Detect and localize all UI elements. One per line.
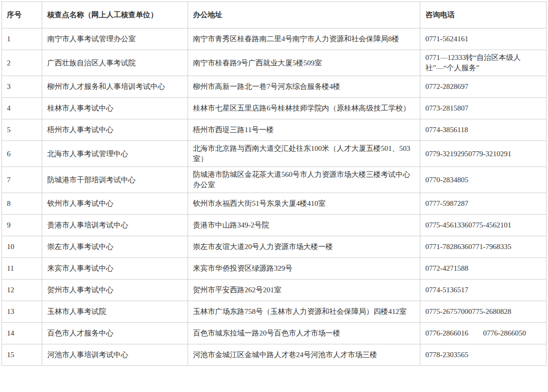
cell-index: 12: [2, 280, 42, 301]
cell-index: 8: [2, 193, 42, 215]
cell-phone: 0776-2866016 0776-2866050: [420, 323, 547, 344]
table-row: 10崇左市人事考试中心崇左市友谊大道20号人力资源市场大楼一楼0771-7828…: [2, 236, 547, 258]
cell-phone: 0772-2828697: [420, 76, 547, 98]
cell-index: 1: [2, 28, 42, 50]
table-header: 序号 核查点名称（网上人工核查单位） 办公地址 咨询电话: [2, 2, 547, 28]
cell-name: 钦州市人事考试中心: [42, 193, 188, 215]
cell-index: 7: [2, 167, 42, 193]
table-row: 11来宾市人事考试中心来宾市华侨投资区绿源路329号0772-4271588: [2, 258, 547, 280]
cell-phone: 0774-3856118: [420, 119, 547, 141]
cell-address: 钦州市永福西大街51号东泉大厦4楼410室: [188, 193, 420, 215]
cell-phone: 0775-45613360775-4562101: [420, 215, 547, 236]
cell-address: 来宾市华侨投资区绿源路329号: [188, 258, 420, 280]
table-row: 7防城港市干部培训考试中心防城港市防城区金花茶大道560号市人力资源市场大楼三楼…: [2, 167, 547, 193]
table-row: 5梧州市人事考试中心梧州市西堤三路11号一楼0774-3856118: [2, 119, 547, 141]
cell-index: 9: [2, 215, 42, 236]
cell-name: 贵港市人事培训考试中心: [42, 215, 188, 236]
cell-index: 4: [2, 98, 42, 119]
cell-name: 桂林市人事考试中心: [42, 98, 188, 119]
cell-phone: 0774-5136517: [420, 280, 547, 301]
cell-name: 河池市人事培训考试中心: [42, 344, 188, 366]
cell-phone: 0779-32192950779-3210291: [420, 141, 547, 167]
checkpoint-contact-table: 序号 核查点名称（网上人工核查单位） 办公地址 咨询电话 1南宁市人事考试管理办…: [1, 1, 547, 366]
cell-phone: 0770-2834805: [420, 167, 547, 193]
cell-index: 10: [2, 236, 42, 258]
cell-name: 南宁市人事考试管理办公室: [42, 28, 188, 50]
table-row: 15河池市人事培训考试中心河池市金城江区金城中路人才巷24号河池市人才市场三楼0…: [2, 344, 547, 366]
cell-phone: 0771—12333转“自治区本级人社”—“个人服务”: [420, 50, 547, 76]
cell-index: 2: [2, 50, 42, 76]
cell-address: 柳州市高新一路北一巷7号河东综合服务楼4楼: [188, 76, 420, 98]
table-row: 2广西壮族自治区人事考试院南宁市桂春路9号广西就业大厦5楼509室0771—12…: [2, 50, 547, 76]
cell-address: 南宁市桂春路9号广西就业大厦5楼509室: [188, 50, 420, 76]
table-row: 9贵港市人事培训考试中心贵港市中山路349-2号院0775-4561336077…: [2, 215, 547, 236]
column-header-index: 序号: [2, 2, 42, 28]
cell-name: 柳州市人才服务和人事培训考试中心: [42, 76, 188, 98]
cell-index: 13: [2, 301, 42, 323]
cell-name: 北海市人事考试管理中心: [42, 141, 188, 167]
table-header-row: 序号 核查点名称（网上人工核查单位） 办公地址 咨询电话: [2, 2, 547, 28]
cell-address: 贵港市中山路349-2号院: [188, 215, 420, 236]
cell-name: 玉林市人事考试院: [42, 301, 188, 323]
cell-address: 百色市城东拉域一路20号百色市人才市场一楼: [188, 323, 420, 344]
table-row: 13玉林市人事考试院玉林市广场东路758号（玉林市人力资源和社会保障局）四楼41…: [2, 301, 547, 323]
column-header-phone: 咨询电话: [420, 2, 547, 28]
cell-address: 防城港市防城区金花茶大道560号市人力资源市场大楼三楼考试中心办公室: [188, 167, 420, 193]
cell-index: 6: [2, 141, 42, 167]
column-header-name: 核查点名称（网上人工核查单位）: [42, 2, 188, 28]
table-body: 1南宁市人事考试管理办公室南宁市青秀区桂春路南二里4号南宁市人力资源和社会保障局…: [2, 28, 547, 366]
cell-phone: 0773-2815807: [420, 98, 547, 119]
column-header-address: 办公地址: [188, 2, 420, 28]
cell-phone: 0775-26757000775-2680828: [420, 301, 547, 323]
cell-index: 11: [2, 258, 42, 280]
cell-address: 玉林市广场东路758号（玉林市人力资源和社会保障局）四楼412室: [188, 301, 420, 323]
table-row: 8钦州市人事考试中心钦州市永福西大街51号东泉大厦4楼410室0777-5987…: [2, 193, 547, 215]
cell-name: 贺州市人事考试中心: [42, 280, 188, 301]
cell-address: 桂林市七星区五里店路6号桂林技师学院内（原桂林高级技工学校）: [188, 98, 420, 119]
table-row: 1南宁市人事考试管理办公室南宁市青秀区桂春路南二里4号南宁市人力资源和社会保障局…: [2, 28, 547, 50]
cell-phone: 0771-78286360771-7968335: [420, 236, 547, 258]
cell-index: 5: [2, 119, 42, 141]
cell-index: 15: [2, 344, 42, 366]
cell-name: 防城港市干部培训考试中心: [42, 167, 188, 193]
cell-address: 梧州市西堤三路11号一楼: [188, 119, 420, 141]
cell-address: 河池市金城江区金城中路人才巷24号河池市人才市场三楼: [188, 344, 420, 366]
table-row: 6北海市人事考试管理中心北海市北京路与西南大道交汇处往东100米（人才大厦五楼5…: [2, 141, 547, 167]
table-row: 3柳州市人才服务和人事培训考试中心柳州市高新一路北一巷7号河东综合服务楼4楼07…: [2, 76, 547, 98]
cell-phone: 0771-5624161: [420, 28, 547, 50]
table-row: 4桂林市人事考试中心桂林市七星区五里店路6号桂林技师学院内（原桂林高级技工学校）…: [2, 98, 547, 119]
cell-address: 崇左市友谊大道20号人力资源市场大楼一楼: [188, 236, 420, 258]
table-row: 14百色市人才服务中心百色市城东拉域一路20号百色市人才市场一楼0776-286…: [2, 323, 547, 344]
cell-phone: 0777-5987287: [420, 193, 547, 215]
cell-name: 来宾市人事考试中心: [42, 258, 188, 280]
cell-name: 梧州市人事考试中心: [42, 119, 188, 141]
cell-name: 百色市人才服务中心: [42, 323, 188, 344]
table-row: 12贺州市人事考试中心贺州市平安西路262号201室0774-5136517: [2, 280, 547, 301]
cell-index: 14: [2, 323, 42, 344]
cell-index: 3: [2, 76, 42, 98]
cell-phone: 0772-4271588: [420, 258, 547, 280]
cell-address: 北海市北京路与西南大道交汇处往东100米（人才大厦五楼501、503室）: [188, 141, 420, 167]
cell-name: 广西壮族自治区人事考试院: [42, 50, 188, 76]
cell-name: 崇左市人事考试中心: [42, 236, 188, 258]
cell-address: 贺州市平安西路262号201室: [188, 280, 420, 301]
cell-phone: 0778-2303565: [420, 344, 547, 366]
cell-address: 南宁市青秀区桂春路南二里4号南宁市人力资源和社会保障局8楼: [188, 28, 420, 50]
